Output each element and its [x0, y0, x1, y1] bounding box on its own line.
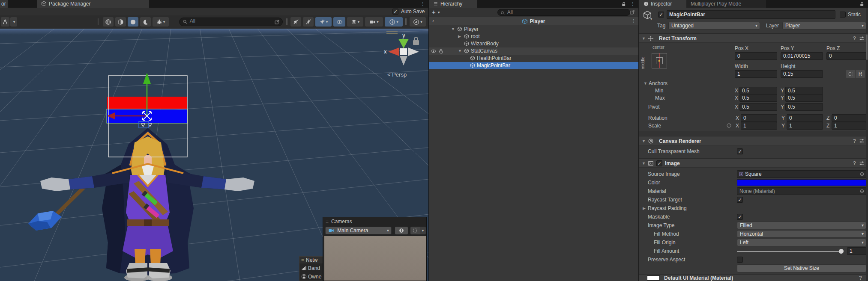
wizard-character[interactable]: [28, 128, 254, 281]
camera-fullscreen-button[interactable]: [410, 227, 420, 234]
tree-row-wizardbody[interactable]: WizardBody: [429, 40, 638, 47]
pivot-x-field[interactable]: 0.5: [739, 103, 777, 111]
auto-save-checkbox[interactable]: [392, 9, 398, 15]
raycast-target-checkbox[interactable]: [737, 197, 743, 203]
scene-lighting-toggle[interactable]: [303, 17, 314, 27]
gameobject-name-field[interactable]: MagicPointBar: [667, 10, 835, 19]
tree-row-root[interactable]: ▶ root: [429, 33, 638, 40]
visibility-eye-icon[interactable]: [431, 48, 436, 54]
help-icon[interactable]: ?: [853, 159, 856, 168]
active-tool-button[interactable]: [1, 17, 9, 27]
create-dropdown-icon[interactable]: ▾: [438, 9, 440, 16]
help-icon[interactable]: ?: [859, 273, 862, 281]
scale-y-field[interactable]: 1: [787, 122, 823, 130]
shading-unlit-button[interactable]: [140, 17, 151, 27]
anchor-triangles[interactable]: [141, 124, 152, 127]
tool-dropdown-button[interactable]: ▾: [10, 17, 17, 27]
pos-y-field[interactable]: 0.01700015: [781, 52, 823, 60]
fill-amount-slider-handle[interactable]: [839, 249, 844, 254]
scene-audio-toggle[interactable]: [290, 17, 301, 27]
scene-tab-menu-icon[interactable]: ⋮: [420, 0, 426, 8]
preserve-aspect-checkbox[interactable]: [737, 257, 743, 263]
gizmo-center-cube[interactable]: [400, 48, 407, 55]
source-image-field[interactable]: Square: [737, 170, 866, 178]
gizmo-right-cone[interactable]: [408, 47, 419, 56]
pos-z-field[interactable]: 0: [826, 52, 866, 60]
width-field[interactable]: 1: [735, 70, 777, 78]
gizmos-button[interactable]: ▾: [385, 17, 403, 27]
image-type-dropdown[interactable]: Filled▾: [737, 222, 866, 229]
y-axis-arrowhead[interactable]: [143, 73, 151, 84]
tree-row-statcanvas[interactable]: ▼ StatCanvas: [429, 47, 638, 55]
tab-multiplayer-play-mode[interactable]: Multiplayer Play Mode: [686, 0, 766, 8]
gizmo-y-cone[interactable]: [398, 39, 409, 48]
debug-draw-mode-button[interactable]: ▾: [153, 17, 169, 27]
pos-x-field[interactable]: 0: [735, 52, 777, 60]
shading-wireframe-button[interactable]: [103, 17, 114, 27]
orientation-gizmo[interactable]: y x < Persp: [384, 31, 419, 78]
preset-icon[interactable]: [859, 35, 865, 41]
gameobject-icon-dropdown[interactable]: ▾: [650, 15, 652, 23]
gizmo-bottom-cone[interactable]: [400, 56, 407, 65]
anchors-max-x-field[interactable]: 0.5: [739, 94, 777, 102]
scene-effects-button[interactable]: ▾: [315, 17, 332, 27]
scrollbar-thumb[interactable]: [866, 34, 868, 60]
overlay-handle-icon[interactable]: [386, 31, 398, 33]
maskable-checkbox[interactable]: [737, 214, 743, 220]
prefab-root-name[interactable]: Player: [530, 18, 545, 24]
blueprint-mode-button[interactable]: [846, 70, 855, 78]
set-native-size-button[interactable]: Set Native Size: [737, 264, 866, 272]
hierarchy-search-field[interactable]: All: [497, 9, 630, 16]
rotation-y-field[interactable]: 0: [787, 114, 823, 122]
scale-z-field[interactable]: 1: [832, 122, 866, 130]
raw-edit-mode-button[interactable]: R: [856, 70, 865, 78]
anchor-preset-widget[interactable]: [652, 53, 667, 68]
pivot-y-field[interactable]: 0.5: [785, 103, 823, 111]
canvas-renderer-header[interactable]: ▼ Canvas Renderer ?: [639, 136, 868, 145]
rotation-x-field[interactable]: 0: [741, 114, 777, 122]
fill-amount-field[interactable]: 1: [847, 247, 866, 255]
scene-visibility-toggle[interactable]: [333, 17, 345, 27]
search-window-icon[interactable]: [274, 19, 280, 25]
prefab-bar-kebab-icon[interactable]: ⋮: [631, 17, 637, 25]
tab-inspector[interactable]: Inspector: [639, 0, 686, 8]
raycast-padding-label[interactable]: Raycast Padding: [648, 204, 687, 212]
tab-package-manager[interactable]: Package Manager: [37, 0, 149, 8]
anchors-max-y-field[interactable]: 0.5: [785, 94, 823, 102]
camera-select-dropdown[interactable]: Main Camera ▾: [325, 227, 392, 234]
layers-button[interactable]: ▾: [347, 17, 363, 27]
rotation-z-field[interactable]: 0: [832, 114, 866, 122]
tree-row-magicpointbar[interactable]: MagicPointBar: [429, 62, 638, 69]
fill-origin-dropdown[interactable]: Left▾: [737, 239, 866, 246]
camera-info-button[interactable]: [395, 227, 408, 234]
anchors-label[interactable]: Anchors: [649, 80, 667, 87]
anchors-min-x-field[interactable]: 0.5: [739, 87, 777, 95]
active-checkbox[interactable]: [658, 12, 664, 18]
static-checkbox[interactable]: [840, 12, 846, 18]
link-off-icon[interactable]: [726, 123, 732, 128]
material-field[interactable]: None (Material): [737, 187, 866, 195]
inspector-scrollbar[interactable]: [866, 8, 868, 281]
scene-viewport[interactable]: y x < Persp =Netw Band: [0, 29, 428, 281]
image-enabled-checkbox[interactable]: [656, 160, 662, 166]
scale-x-field[interactable]: 1: [741, 122, 777, 130]
view-options-button[interactable]: ▾: [410, 17, 426, 27]
create-button[interactable]: +: [432, 8, 436, 16]
object-picker-icon[interactable]: [859, 172, 865, 177]
object-picker-icon[interactable]: [859, 189, 865, 194]
camera-fullscreen-dropdown[interactable]: ▾: [420, 227, 426, 234]
tab-hierarchy[interactable]: Hierarchy: [429, 0, 477, 8]
layer-dropdown[interactable]: Player▾: [782, 22, 866, 30]
tree-row-player[interactable]: ▼ Player: [429, 26, 638, 33]
image-header[interactable]: ▼ Image ?: [639, 158, 868, 168]
gizmo-x-cone[interactable]: [388, 47, 399, 56]
camera-settings-button[interactable]: ▾: [365, 17, 383, 27]
hierarchy-menu-kebab-icon[interactable]: ⋮: [630, 0, 636, 8]
lock-icon[interactable]: [621, 1, 626, 7]
color-field[interactable]: [737, 179, 866, 186]
pickability-hand-icon[interactable]: [438, 48, 444, 54]
tree-row-healthpointbar[interactable]: HealthPointBar: [429, 55, 638, 62]
fill-amount-slider[interactable]: [737, 251, 843, 252]
preset-icon[interactable]: [859, 138, 865, 144]
fill-method-dropdown[interactable]: Horizontal▾: [737, 230, 866, 238]
